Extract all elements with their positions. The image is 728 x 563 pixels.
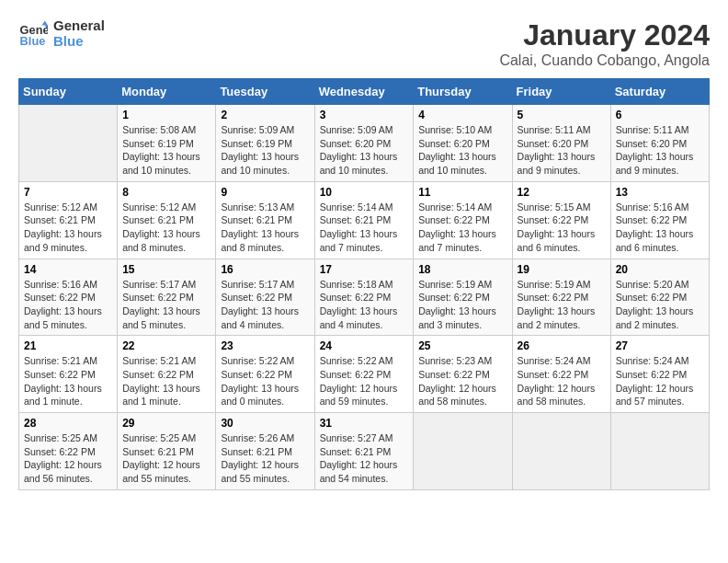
day-number: 11: [418, 186, 506, 199]
day-info: Sunrise: 5:08 AM Sunset: 6:19 PM Dayligh…: [122, 123, 210, 178]
day-info: Sunrise: 5:12 AM Sunset: 6:21 PM Dayligh…: [24, 201, 112, 255]
day-info: Sunrise: 5:17 AM Sunset: 6:22 PM Dayligh…: [221, 278, 309, 332]
day-number: 26: [518, 339, 606, 352]
calendar-cell: 23Sunrise: 5:22 AM Sunset: 6:22 PM Dayli…: [216, 336, 314, 413]
logo-icon: General Blue: [18, 19, 48, 49]
page-header: General Blue General Blue January 2024 C…: [18, 18, 710, 69]
day-number: 1: [122, 109, 210, 121]
day-header-sunday: Sunday: [19, 79, 118, 105]
calendar-cell: 10Sunrise: 5:14 AM Sunset: 6:21 PM Dayli…: [314, 181, 414, 259]
title-area: January 2024 Calai, Cuando Cobango, Ango…: [499, 18, 710, 69]
day-number: 5: [518, 109, 606, 121]
calendar-cell: 9Sunrise: 5:13 AM Sunset: 6:21 PM Daylig…: [216, 181, 314, 259]
day-number: 3: [320, 109, 409, 121]
day-number: 30: [221, 417, 309, 430]
calendar-cell: 3Sunrise: 5:09 AM Sunset: 6:20 PM Daylig…: [314, 105, 414, 182]
day-info: Sunrise: 5:25 AM Sunset: 6:21 PM Dayligh…: [122, 431, 210, 486]
calendar-week-row: 7Sunrise: 5:12 AM Sunset: 6:21 PM Daylig…: [19, 181, 710, 259]
calendar-cell: 22Sunrise: 5:21 AM Sunset: 6:22 PM Dayli…: [118, 336, 216, 413]
day-info: Sunrise: 5:21 AM Sunset: 6:22 PM Dayligh…: [122, 354, 210, 408]
calendar-week-row: 1Sunrise: 5:08 AM Sunset: 6:19 PM Daylig…: [19, 105, 710, 182]
day-number: 9: [221, 186, 309, 199]
calendar-cell: 18Sunrise: 5:19 AM Sunset: 6:22 PM Dayli…: [414, 259, 512, 336]
calendar-cell: 26Sunrise: 5:24 AM Sunset: 6:22 PM Dayli…: [512, 336, 610, 413]
day-info: Sunrise: 5:19 AM Sunset: 6:22 PM Dayligh…: [518, 278, 606, 332]
calendar-cell: 7Sunrise: 5:12 AM Sunset: 6:21 PM Daylig…: [19, 181, 118, 259]
day-number: 28: [24, 417, 112, 430]
logo-line1: General: [53, 18, 105, 34]
calendar-cell: 24Sunrise: 5:22 AM Sunset: 6:22 PM Dayli…: [314, 336, 414, 413]
day-number: 18: [418, 263, 506, 276]
calendar-cell: 28Sunrise: 5:25 AM Sunset: 6:22 PM Dayli…: [19, 413, 118, 490]
day-info: Sunrise: 5:09 AM Sunset: 6:19 PM Dayligh…: [221, 123, 309, 178]
day-info: Sunrise: 5:14 AM Sunset: 6:21 PM Dayligh…: [320, 201, 409, 255]
calendar-cell: 29Sunrise: 5:25 AM Sunset: 6:21 PM Dayli…: [118, 413, 216, 490]
day-info: Sunrise: 5:24 AM Sunset: 6:22 PM Dayligh…: [616, 354, 704, 408]
svg-text:Blue: Blue: [20, 34, 46, 48]
calendar-cell: 15Sunrise: 5:17 AM Sunset: 6:22 PM Dayli…: [118, 259, 216, 336]
calendar-cell: 2Sunrise: 5:09 AM Sunset: 6:19 PM Daylig…: [216, 105, 314, 182]
day-number: 16: [221, 263, 309, 276]
day-number: 4: [418, 109, 506, 121]
calendar-body: 1Sunrise: 5:08 AM Sunset: 6:19 PM Daylig…: [19, 105, 710, 490]
logo-line2: Blue: [53, 34, 105, 50]
day-info: Sunrise: 5:09 AM Sunset: 6:20 PM Dayligh…: [320, 123, 409, 178]
logo: General Blue General Blue: [18, 18, 105, 49]
calendar-cell: 6Sunrise: 5:11 AM Sunset: 6:20 PM Daylig…: [610, 105, 709, 182]
day-number: 8: [122, 186, 210, 199]
calendar-header-row: SundayMondayTuesdayWednesdayThursdayFrid…: [19, 79, 710, 105]
day-number: 10: [320, 186, 409, 199]
day-info: Sunrise: 5:13 AM Sunset: 6:21 PM Dayligh…: [221, 201, 309, 255]
calendar-cell: 5Sunrise: 5:11 AM Sunset: 6:20 PM Daylig…: [512, 105, 610, 182]
day-info: Sunrise: 5:11 AM Sunset: 6:20 PM Dayligh…: [616, 123, 704, 178]
calendar-cell: 16Sunrise: 5:17 AM Sunset: 6:22 PM Dayli…: [216, 259, 314, 336]
day-info: Sunrise: 5:24 AM Sunset: 6:22 PM Dayligh…: [518, 354, 606, 408]
calendar-cell: 1Sunrise: 5:08 AM Sunset: 6:19 PM Daylig…: [118, 105, 216, 182]
day-info: Sunrise: 5:19 AM Sunset: 6:22 PM Dayligh…: [418, 278, 506, 332]
subtitle: Calai, Cuando Cobango, Angola: [499, 52, 710, 69]
day-header-monday: Monday: [118, 79, 216, 105]
day-number: 21: [24, 339, 112, 352]
day-number: 22: [122, 339, 210, 352]
day-info: Sunrise: 5:17 AM Sunset: 6:22 PM Dayligh…: [122, 278, 210, 332]
day-info: Sunrise: 5:16 AM Sunset: 6:22 PM Dayligh…: [24, 278, 112, 332]
day-info: Sunrise: 5:21 AM Sunset: 6:22 PM Dayligh…: [24, 354, 112, 408]
calendar-cell: 11Sunrise: 5:14 AM Sunset: 6:22 PM Dayli…: [414, 181, 512, 259]
day-number: 15: [122, 263, 210, 276]
day-number: 23: [221, 339, 309, 352]
calendar-cell: 14Sunrise: 5:16 AM Sunset: 6:22 PM Dayli…: [19, 259, 118, 336]
calendar-cell: 20Sunrise: 5:20 AM Sunset: 6:22 PM Dayli…: [610, 259, 709, 336]
main-title: January 2024: [499, 18, 710, 52]
day-number: 17: [320, 263, 409, 276]
calendar-cell: 13Sunrise: 5:16 AM Sunset: 6:22 PM Dayli…: [610, 181, 709, 259]
day-number: 12: [518, 186, 606, 199]
calendar-cell: 17Sunrise: 5:18 AM Sunset: 6:22 PM Dayli…: [314, 259, 414, 336]
calendar-cell: 21Sunrise: 5:21 AM Sunset: 6:22 PM Dayli…: [19, 336, 118, 413]
day-number: 2: [221, 109, 309, 121]
calendar-cell: [512, 413, 610, 490]
day-number: 7: [24, 186, 112, 199]
day-header-tuesday: Tuesday: [216, 79, 314, 105]
calendar-week-row: 21Sunrise: 5:21 AM Sunset: 6:22 PM Dayli…: [19, 336, 710, 413]
calendar-week-row: 28Sunrise: 5:25 AM Sunset: 6:22 PM Dayli…: [19, 413, 710, 490]
calendar-cell: 8Sunrise: 5:12 AM Sunset: 6:21 PM Daylig…: [118, 181, 216, 259]
calendar-cell: 31Sunrise: 5:27 AM Sunset: 6:21 PM Dayli…: [314, 413, 414, 490]
day-info: Sunrise: 5:25 AM Sunset: 6:22 PM Dayligh…: [24, 431, 112, 486]
day-number: 19: [518, 263, 606, 276]
day-number: 29: [122, 417, 210, 430]
day-header-friday: Friday: [512, 79, 610, 105]
day-number: 27: [616, 339, 704, 352]
day-number: 25: [418, 339, 506, 352]
calendar-cell: 25Sunrise: 5:23 AM Sunset: 6:22 PM Dayli…: [414, 336, 512, 413]
day-info: Sunrise: 5:16 AM Sunset: 6:22 PM Dayligh…: [616, 201, 704, 255]
calendar-week-row: 14Sunrise: 5:16 AM Sunset: 6:22 PM Dayli…: [19, 259, 710, 336]
day-info: Sunrise: 5:27 AM Sunset: 6:21 PM Dayligh…: [320, 431, 409, 486]
day-number: 20: [616, 263, 704, 276]
calendar-cell: 4Sunrise: 5:10 AM Sunset: 6:20 PM Daylig…: [414, 105, 512, 182]
day-header-wednesday: Wednesday: [314, 79, 414, 105]
calendar-table: SundayMondayTuesdayWednesdayThursdayFrid…: [18, 78, 710, 490]
day-info: Sunrise: 5:22 AM Sunset: 6:22 PM Dayligh…: [221, 354, 309, 408]
day-info: Sunrise: 5:10 AM Sunset: 6:20 PM Dayligh…: [418, 123, 506, 178]
day-info: Sunrise: 5:23 AM Sunset: 6:22 PM Dayligh…: [418, 354, 506, 408]
day-info: Sunrise: 5:14 AM Sunset: 6:22 PM Dayligh…: [418, 201, 506, 255]
